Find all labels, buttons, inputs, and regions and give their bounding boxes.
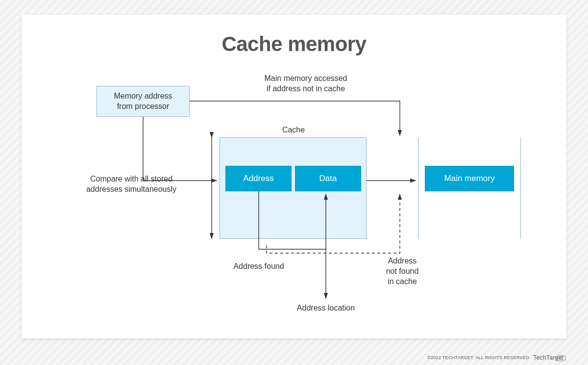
main-memory-box: Main memory: [425, 166, 514, 191]
memory-address-box: Memory address from processor: [97, 86, 190, 117]
data-box: Data: [295, 166, 361, 191]
address-box-label: Address: [243, 174, 273, 183]
compare-label: Compare with all stored addresses simult…: [75, 174, 188, 195]
cache-label: Cache: [276, 125, 311, 135]
address-location-label: Address location: [292, 303, 360, 313]
data-box-label: Data: [319, 174, 337, 183]
address-not-found-label: Address not found in cache: [375, 256, 429, 287]
techtarget-eye-icon: [556, 354, 566, 362]
main-memory-accessed-label: Main memory accessed if address not in c…: [242, 74, 369, 94]
copyright-text: ©2022 TECHTARGET. ALL RIGHTS RESERVED: [427, 355, 529, 360]
main-memory-label: Main memory: [444, 174, 495, 183]
address-box: Address: [225, 166, 292, 191]
diagram-title: Cache memory: [22, 32, 566, 56]
address-found-label: Address found: [227, 261, 291, 272]
svg-point-2: [561, 358, 562, 359]
arrow-compare-into-cache: [143, 117, 217, 181]
memory-address-label: Memory address from processor: [114, 91, 172, 112]
diagram-canvas: Cache memory Memory address from process…: [22, 15, 566, 339]
